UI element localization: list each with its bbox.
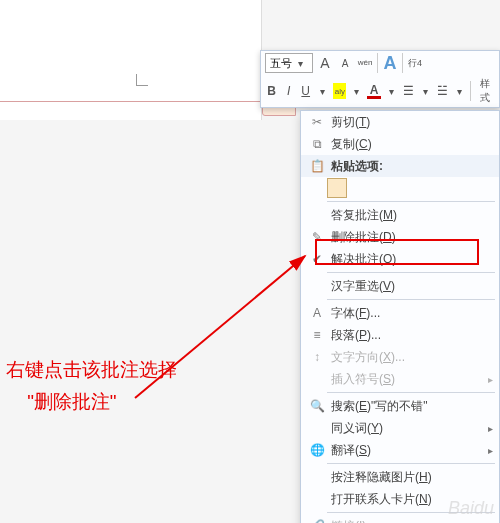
text-direction-icon: ↕: [307, 348, 327, 366]
separator: [327, 272, 495, 273]
mini-toolbar: 五号▾ A A wén A 行4 B I U ▾ aly ▾ A ▾ ☰ ▾ ☱…: [260, 50, 500, 108]
shrink-font-button[interactable]: A: [337, 55, 353, 71]
styles-label[interactable]: 样式: [475, 77, 495, 105]
divider: [470, 81, 471, 101]
scissors-icon: ✂: [307, 113, 327, 131]
bold-button[interactable]: B: [265, 83, 278, 99]
link-icon: 🔗: [307, 517, 327, 523]
menu-reselect-hanzi[interactable]: 汉字重选(V): [301, 275, 499, 297]
paragraph-icon: ≡: [307, 326, 327, 344]
separator: [327, 299, 495, 300]
chevron-right-icon: ▸: [488, 374, 493, 385]
font-color-dropdown[interactable]: ▾: [385, 83, 398, 99]
menu-paste-option[interactable]: [301, 177, 499, 199]
comment-delete-icon: ✎: [307, 228, 327, 246]
menu-resolve-comment[interactable]: ✔ 解决批注(O): [301, 248, 499, 270]
menu-hide-by-comment[interactable]: 按注释隐藏图片(H): [301, 466, 499, 488]
comment-connector-line: [0, 101, 262, 102]
underline-button[interactable]: U: [299, 83, 312, 99]
font-icon: A: [307, 304, 327, 322]
page-corner-mark: [136, 46, 176, 86]
chevron-right-icon: ▸: [488, 445, 493, 456]
menu-text-direction: ↕ 文字方向(X)...: [301, 346, 499, 368]
numbering-button[interactable]: ☱: [436, 83, 449, 99]
underline-dropdown[interactable]: ▾: [316, 83, 329, 99]
menu-reply-comment[interactable]: 答复批注(M): [301, 204, 499, 226]
comment-resolve-icon: ✔: [307, 250, 327, 268]
separator: [327, 201, 495, 202]
menu-font[interactable]: A 字体(F)...: [301, 302, 499, 324]
separator: [327, 463, 495, 464]
context-menu: ✂ 剪切(T) ⧉ 复制(C) 📋 粘贴选项: 答复批注(M) ✎ 删除批注(D…: [300, 110, 500, 523]
divider: [402, 53, 403, 73]
styles-icon[interactable]: A: [382, 55, 398, 71]
bullets-dropdown[interactable]: ▾: [419, 83, 432, 99]
divider: [377, 53, 378, 73]
italic-button[interactable]: I: [282, 83, 295, 99]
menu-paragraph[interactable]: ≡ 段落(P)...: [301, 324, 499, 346]
menu-synonym[interactable]: 同义词(Y) ▸: [301, 417, 499, 439]
chevron-right-icon: ▸: [488, 423, 493, 434]
annotation-text: 右键点击该批注选择 "删除批注": [6, 354, 177, 418]
menu-translate[interactable]: 🌐 翻译(S) ▸: [301, 439, 499, 461]
bullets-button[interactable]: ☰: [402, 83, 415, 99]
clipboard-icon: 📋: [307, 157, 327, 175]
highlight-button[interactable]: aly: [333, 83, 346, 99]
highlight-dropdown[interactable]: ▾: [350, 83, 363, 99]
copy-icon: ⧉: [307, 135, 327, 153]
font-color-button[interactable]: A: [367, 84, 380, 99]
numbering-dropdown[interactable]: ▾: [453, 83, 466, 99]
menu-paste-header: 📋 粘贴选项:: [301, 155, 499, 177]
search-icon: 🔍: [307, 397, 327, 415]
menu-cut[interactable]: ✂ 剪切(T): [301, 111, 499, 133]
document-area: [0, 0, 262, 120]
menu-copy[interactable]: ⧉ 复制(C): [301, 133, 499, 155]
font-size-selector[interactable]: 五号▾: [265, 53, 313, 73]
menu-delete-comment[interactable]: ✎ 删除批注(D): [301, 226, 499, 248]
phonetic-guide-button[interactable]: wén: [357, 55, 373, 71]
separator: [327, 392, 495, 393]
translate-icon: 🌐: [307, 441, 327, 459]
menu-insert-symbol: 插入符号(S) ▸: [301, 368, 499, 390]
watermark: Baidu: [448, 498, 494, 519]
grow-font-button[interactable]: A: [317, 55, 333, 71]
menu-search[interactable]: 🔍 搜索(E)"写的不错": [301, 395, 499, 417]
vertical-text-icon[interactable]: 行4: [407, 55, 423, 71]
paste-keep-source-icon[interactable]: [327, 178, 347, 198]
